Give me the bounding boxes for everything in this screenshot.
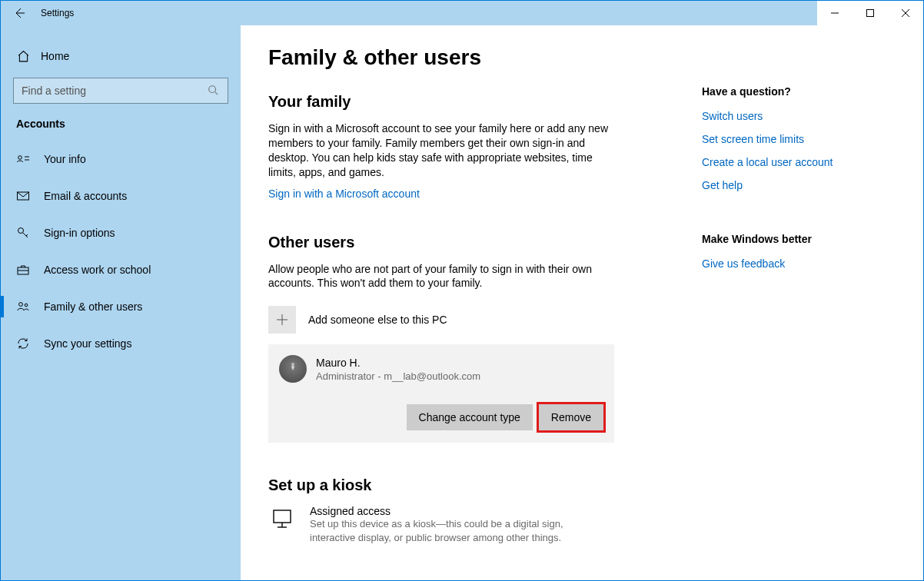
svg-rect-1 [867,10,874,17]
sidebar-item-label: Your info [44,153,86,165]
search-input[interactable] [22,85,208,97]
sidebar-section-header: Accounts [1,118,241,141]
link-create-local-user[interactable]: Create a local user account [702,156,833,168]
feedback-links: Give us feedback [702,257,902,270]
window-title: Settings [41,8,74,18]
add-someone-button[interactable]: Add someone else to this PC [268,306,679,334]
svg-point-16 [291,363,294,366]
other-users-heading: Other users [268,234,679,251]
link-give-feedback[interactable]: Give us feedback [702,257,785,270]
user-actions: Change account type Remove [279,404,603,430]
right-rail: Have a question? Switch users Set screen… [702,25,917,580]
plus-tile [268,306,296,334]
minimize-icon [831,9,839,17]
main: Family & other users Your family Sign in… [241,25,923,580]
home-label: Home [41,50,69,62]
window-controls [817,1,923,25]
sidebar-item-label: Family & other users [44,300,142,313]
question-links: Switch users Set screen time limits Crea… [702,110,902,191]
plus-icon [276,314,288,326]
sidebar-item-email-accounts[interactable]: Email & accounts [1,178,241,214]
page-title: Family & other users [268,45,679,70]
question-heading: Have a question? [702,85,902,98]
search-wrap [1,71,241,118]
family-body: Sign in with a Microsoft account to see … [268,121,622,180]
avatar [279,355,307,383]
settings-window: Settings Home [0,0,924,581]
avatar-image-icon [284,360,301,377]
kiosk-text: Assigned access Set up this device as a … [310,505,602,544]
sync-icon [16,337,30,350]
search-box[interactable] [13,78,228,104]
sidebar-item-family-other-users[interactable]: Family & other users [1,288,241,325]
assigned-access-title: Assigned access [310,505,602,517]
feedback-heading: Make Windows better [702,233,902,245]
change-account-type-button[interactable]: Change account type [407,404,533,430]
user-subtitle: Administrator - m__lab@outlook.com [316,370,480,382]
svg-point-6 [18,156,22,160]
arrow-left-icon [13,7,25,19]
search-icon [208,85,220,97]
sign-in-microsoft-link[interactable]: Sign in with a Microsoft account [268,188,420,200]
svg-point-10 [18,228,24,234]
body: Home Accounts Your info [1,25,923,580]
sidebar-item-label: Sync your settings [44,337,131,350]
monitor-icon [268,505,296,533]
close-button[interactable] [888,1,923,25]
maximize-button[interactable] [853,1,888,25]
user-text: Mauro H. Administrator - m__lab@outlook.… [316,357,480,382]
key-icon [16,226,30,240]
add-someone-label: Add someone else to this PC [308,314,447,326]
svg-point-12 [19,303,23,307]
briefcase-icon [16,263,30,277]
sidebar-item-access-work-school[interactable]: Access work or school [1,251,241,288]
close-icon [902,9,909,17]
titlebar: Settings [1,1,923,25]
back-button[interactable] [1,1,38,25]
mail-icon [16,189,30,203]
svg-line-5 [215,92,218,95]
sidebar-item-sync-settings[interactable]: Sync your settings [1,325,241,362]
people-icon [16,300,30,314]
person-card-icon [16,152,30,166]
link-get-help[interactable]: Get help [702,179,743,191]
home-icon [16,49,30,63]
assigned-access-subtitle: Set up this device as a kiosk—this could… [310,517,602,544]
family-heading: Your family [268,93,679,111]
user-name: Mauro H. [316,357,480,369]
link-screen-time[interactable]: Set screen time limits [702,133,804,145]
nav-list: Your info Email & accounts Sign-in optio… [1,141,241,362]
svg-rect-17 [274,510,291,523]
kiosk-heading: Set up a kiosk [268,476,679,494]
sidebar-home[interactable]: Home [1,41,241,71]
svg-point-4 [209,86,216,93]
other-users-body: Allow people who are not part of your fa… [268,262,622,291]
sidebar-item-sign-in-options[interactable]: Sign-in options [1,214,241,251]
sidebar-item-label: Access work or school [44,264,151,276]
sidebar: Home Accounts Your info [1,25,241,580]
remove-button[interactable]: Remove [539,404,603,430]
maximize-icon [866,9,874,17]
svg-point-13 [25,304,28,307]
sidebar-item-label: Sign-in options [44,227,115,239]
link-switch-users[interactable]: Switch users [702,110,763,122]
sidebar-item-your-info[interactable]: Your info [1,141,241,178]
content: Family & other users Your family Sign in… [241,25,702,580]
minimize-button[interactable] [817,1,853,25]
user-card[interactable]: Mauro H. Administrator - m__lab@outlook.… [268,344,614,443]
user-header: Mauro H. Administrator - m__lab@outlook.… [279,355,603,383]
sidebar-item-label: Email & accounts [44,190,127,202]
assigned-access-row[interactable]: Assigned access Set up this device as a … [268,505,679,544]
titlebar-left: Settings [1,1,817,25]
